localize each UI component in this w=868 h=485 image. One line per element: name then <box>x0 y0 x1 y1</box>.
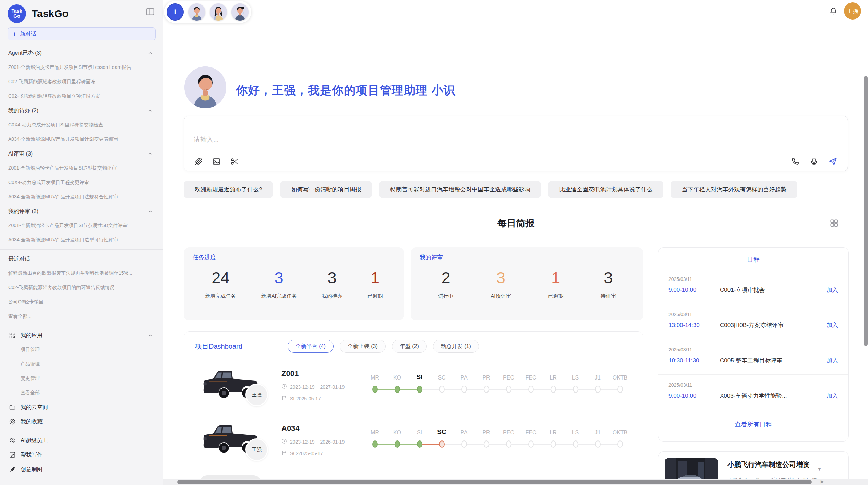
join-meeting-link[interactable]: 加入 <box>827 286 838 294</box>
milestone-dot[interactable] <box>573 386 578 393</box>
send-icon[interactable] <box>828 157 837 166</box>
horizontal-scrollbar-thumb[interactable] <box>177 480 812 484</box>
dashboard-filter-pill[interactable]: 全新上装 (3) <box>340 340 386 353</box>
milestone-dot[interactable] <box>461 386 467 393</box>
recent-chat-item[interactable]: 解释最新出台的欧盟报废车法规再生塑料比例被调至15%... <box>0 266 163 281</box>
sidebar-item-my-apps[interactable]: 我的应用 <box>0 328 163 343</box>
suggestion-chip[interactable]: 当下年轻人对汽车外观有怎样的喜好趋势 <box>671 181 797 198</box>
vertical-scrollbar-thumb[interactable] <box>864 76 868 346</box>
sidebar-item[interactable]: C02-飞腾新能源轻客改款项目立项汇报方案 <box>0 89 163 103</box>
milestone-dot[interactable] <box>439 386 445 393</box>
milestone-connector <box>486 389 509 390</box>
suggestion-chip[interactable]: 比亚迪全固态电池计划具体说了什么 <box>548 181 663 198</box>
milestone-dot[interactable] <box>528 386 534 393</box>
milestone-dot[interactable] <box>372 386 378 393</box>
sidebar-item-cloud-space[interactable]: 我的云空间 <box>0 400 163 414</box>
plus-icon: + <box>13 30 16 38</box>
dashboard-filter-pill[interactable]: 年型 (2) <box>392 340 427 353</box>
sidebar-tool-write[interactable]: 帮我写作 <box>0 448 163 462</box>
milestone-label: PA <box>453 430 475 436</box>
view-all-schedule-link[interactable]: 查看所有日程 <box>658 420 848 428</box>
sidebar-item[interactable]: Z001-全新燃油轻卡产品开发项目SI节点属性5D文件评审 <box>0 219 163 233</box>
chat-composer[interactable]: 请输入... <box>184 116 848 171</box>
scroll-down-arrow-icon[interactable]: ▼ <box>817 467 822 472</box>
milestone-dot[interactable] <box>617 440 623 448</box>
scroll-right-arrow-icon[interactable]: ▶ <box>821 479 824 484</box>
milestone-dot[interactable] <box>395 386 400 393</box>
sidebar-item[interactable]: A034-全新新能源MUV产品开发项目计划变更表编写 <box>0 132 163 147</box>
app-sub-item[interactable]: 变更管理 <box>0 371 163 386</box>
milestone-dot[interactable] <box>439 440 445 448</box>
milestone-connector <box>576 389 598 390</box>
sidebar-item-label: Z001-全新燃油轻卡产品开发项目SI造型提交物评审 <box>8 165 117 171</box>
divider <box>0 249 163 250</box>
project-owner-badge: 王强 <box>245 438 268 461</box>
folder-icon <box>9 404 16 411</box>
scissors-icon[interactable] <box>230 157 239 166</box>
recent-chat-item[interactable]: 公司Q3轻卡销量 <box>0 295 163 309</box>
milestone-connector <box>531 444 553 445</box>
app-sub-item[interactable]: 查看全部... <box>0 386 163 400</box>
sidebar-item[interactable]: C0X4-动力总成开发项目工程变更评审 <box>0 175 163 190</box>
notification-bell-icon[interactable] <box>829 7 838 16</box>
milestone-label: FEC <box>520 430 542 436</box>
agent-avatar-1[interactable] <box>188 3 205 21</box>
sidebar-item-favorites[interactable]: 我的收藏 <box>0 414 163 429</box>
sidebar-tool-users[interactable]: AI超级员工 <box>0 433 163 448</box>
user-avatar[interactable]: 王强 <box>844 2 861 20</box>
app-sub-item[interactable]: 项目管理 <box>0 343 163 357</box>
paperclip-icon[interactable] <box>194 157 203 166</box>
milestone-dot[interactable] <box>595 440 601 448</box>
sidebar-item[interactable]: Z001-全新燃油轻卡产品开发项目SI造型提交物评审 <box>0 161 163 175</box>
milestone-dot[interactable] <box>484 440 489 448</box>
sidebar-tool-quill[interactable]: 创意制图 <box>0 462 163 476</box>
suggestion-chip[interactable]: 特朗普可能对进口汽车增税会对中国车企造成哪些影响 <box>379 181 541 198</box>
clock-icon <box>281 438 287 445</box>
milestone-dot[interactable] <box>484 386 489 393</box>
image-icon[interactable] <box>212 157 221 166</box>
dashboard-filter-pill[interactable]: 全新平台 (4) <box>288 340 334 353</box>
milestone-dot[interactable] <box>551 440 556 448</box>
sidebar-item[interactable]: C0X4-动力总成开发项目SI里程碑提交物检查 <box>0 118 163 132</box>
phone-icon[interactable] <box>791 157 800 166</box>
add-agent-button[interactable]: + <box>167 3 184 21</box>
join-meeting-link[interactable]: 加入 <box>827 392 838 400</box>
milestone-dot[interactable] <box>417 440 422 448</box>
agent-avatar-3[interactable] <box>231 3 249 21</box>
milestone-dot[interactable] <box>528 440 534 448</box>
recent-chat-item[interactable]: 查看全部... <box>0 309 163 324</box>
milestone-dot[interactable] <box>506 386 511 393</box>
sidebar-section-header[interactable]: Agent已办 (3) <box>0 46 163 60</box>
sidebar-collapse-icon[interactable] <box>145 7 155 16</box>
layout-grid-icon[interactable] <box>830 219 839 227</box>
sidebar-item[interactable]: A034-全新新能源MUV产品开发项目造型可行性评审 <box>0 233 163 247</box>
milestone-dot[interactable] <box>551 386 556 393</box>
sidebar-item[interactable]: Z001-全新燃油皮卡产品开发项目SI节点Lesson Learn报告 <box>0 60 163 75</box>
milestone-dot[interactable] <box>372 440 378 448</box>
schedule-card: 日程 2025/03/119:00-10:00C001-立项审批会加入2025/… <box>658 247 849 442</box>
sidebar-item[interactable]: C02-飞腾新能源轻客改款项目里程碑画布 <box>0 75 163 89</box>
milestone-dot[interactable] <box>573 440 578 448</box>
milestone-dot[interactable] <box>617 386 623 393</box>
join-meeting-link[interactable]: 加入 <box>827 357 838 364</box>
join-meeting-link[interactable]: 加入 <box>827 321 838 329</box>
milestone-dot[interactable] <box>595 386 601 393</box>
sidebar-item[interactable]: A034-全新新能源MUV产品开发项目法规符合性评审 <box>0 190 163 204</box>
mic-icon[interactable] <box>809 157 819 166</box>
new-chat-button[interactable]: + 新对话 <box>8 27 156 40</box>
schedule-row: 13:00-14:30C003|H0B-方案冻结评审加入 <box>668 321 838 329</box>
sidebar-section-header[interactable]: AI评审 (3) <box>0 147 163 161</box>
sidebar-section-header[interactable]: 我的评审 (2) <box>0 204 163 219</box>
app-logo: Task Go <box>8 4 26 23</box>
app-sub-item[interactable]: 产品管理 <box>0 357 163 371</box>
suggestion-chip[interactable]: 如何写一份清晰的项目周报 <box>280 181 372 198</box>
suggestion-chip[interactable]: 欧洲新规最近颁布了什么? <box>184 181 273 198</box>
milestone-dot[interactable] <box>461 440 467 448</box>
milestone-dot[interactable] <box>395 440 400 448</box>
sidebar-section-header[interactable]: 我的待办 (2) <box>0 103 163 118</box>
recent-chat-item[interactable]: C02-飞腾新能源轻客改款项目的闭环通告反馈情况 <box>0 281 163 295</box>
milestone-dot[interactable] <box>417 386 422 393</box>
agent-avatar-2[interactable] <box>210 3 227 21</box>
dashboard-filter-pill[interactable]: 动总开发 (1) <box>433 340 479 353</box>
milestone-dot[interactable] <box>506 440 511 448</box>
